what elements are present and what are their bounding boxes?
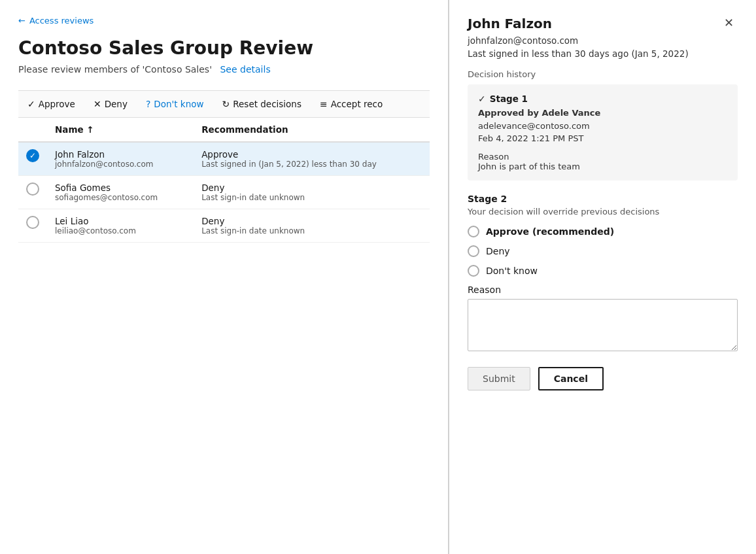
stage2-option-label-0: Approve (recommended): [486, 226, 614, 237]
see-details-link[interactable]: See details: [220, 64, 270, 75]
stage2-option-1[interactable]: Deny: [468, 245, 738, 257]
stage1-reason-label: Reason: [478, 152, 727, 162]
left-panel: ← Access reviews Contoso Sales Group Rev…: [0, 0, 449, 554]
row-rec-sub-0: Last signed in (Jan 5, 2022) less than 3…: [201, 160, 422, 169]
reason-field-label: Reason: [468, 285, 738, 295]
page-subtitle: Please review members of 'Contoso Sales'…: [18, 64, 430, 75]
accept-rec-label: Accept reco: [331, 99, 383, 109]
row-name-cell-1: Sofia Gomes sofiagomes@contoso.com: [47, 176, 194, 209]
decision-history-label: Decision history: [468, 69, 738, 79]
row-name-cell-0: John Falzon johnfalzon@contoso.com: [47, 142, 194, 176]
reset-decisions-label: Reset decisions: [233, 99, 301, 109]
row-radio-1[interactable]: [18, 176, 47, 209]
breadcrumb[interactable]: ← Access reviews: [18, 16, 430, 26]
row-rec-cell-0: Approve Last signed in (Jan 5, 2022) les…: [194, 142, 430, 176]
decision-history-box: ✓ Stage 1 Approved by Adele Vance adelev…: [468, 84, 738, 181]
stage1-approver-email: adelevance@contoso.com: [478, 121, 590, 131]
panel-last-signed: Last signed in less than 30 days ago (Ja…: [468, 48, 738, 59]
row-email-0: johnfalzon@contoso.com: [55, 160, 186, 169]
stage2-option-label-2: Don't know: [486, 266, 538, 276]
breadcrumb-label: Access reviews: [29, 16, 94, 26]
row-name-0: John Falzon: [55, 149, 186, 160]
table-row[interactable]: Sofia Gomes sofiagomes@contoso.com Deny …: [18, 176, 430, 209]
table-row[interactable]: Lei Liao leiliao@contoso.com Deny Last s…: [18, 209, 430, 243]
row-name-1: Sofia Gomes: [55, 182, 186, 193]
row-rec-sub-1: Last sign-in date unknown: [201, 193, 422, 202]
row-email-1: sofiagomes@contoso.com: [55, 193, 186, 202]
submit-button[interactable]: Submit: [468, 367, 530, 390]
radio-circle-2[interactable]: [26, 216, 39, 229]
page-title: Contoso Sales Group Review: [18, 37, 430, 59]
stage1-detail: Approved by Adele Vance adelevance@conto…: [478, 107, 727, 145]
question-icon: ?: [146, 99, 150, 109]
radio-circle-0[interactable]: [26, 149, 39, 162]
reason-textarea[interactable]: [468, 299, 738, 351]
list-icon: ≡: [320, 99, 328, 109]
stage2-radio-0[interactable]: [468, 226, 479, 237]
col-name-header: Name ↑: [47, 118, 194, 142]
stage2-label: Stage 2: [468, 194, 738, 204]
stage2-sublabel: Your decision will override previous dec…: [468, 207, 738, 216]
row-name-2: Lei Liao: [55, 216, 186, 226]
stage1-header: ✓ Stage 1: [478, 94, 727, 104]
stage1-label: Stage 1: [490, 94, 528, 104]
approve-label: Approve: [39, 99, 75, 109]
subtitle-text: Please review members of 'Contoso Sales': [18, 64, 212, 75]
radio-circle-1[interactable]: [26, 182, 39, 196]
stage1-reason-section: Reason John is part of this team: [478, 152, 727, 171]
stage2-option-0[interactable]: Approve (recommended): [468, 226, 738, 237]
members-table: Name ↑ Recommendation John Falzon johnfa…: [18, 118, 430, 243]
row-rec-cell-1: Deny Last sign-in date unknown: [194, 176, 430, 209]
row-rec-label-1: Deny: [201, 182, 422, 193]
table-row[interactable]: John Falzon johnfalzon@contoso.com Appro…: [18, 142, 430, 176]
right-panel: John Falzon ✕ johnfalzon@contoso.com Las…: [449, 0, 756, 554]
dont-know-label: Don't know: [154, 99, 203, 109]
row-email-2: leiliao@contoso.com: [55, 226, 186, 235]
row-rec-label-0: Approve: [201, 149, 422, 160]
toolbar: ✓ Approve ✕ Deny ? Don't know ↻ Reset de…: [18, 90, 430, 118]
stage1-check-icon: ✓: [478, 94, 486, 104]
dont-know-button[interactable]: ? Don't know: [137, 95, 213, 113]
approve-button[interactable]: ✓ Approve: [18, 95, 84, 113]
deny-label: Deny: [105, 99, 128, 109]
stage1-date: Feb 4, 2022 1:21 PM PST: [478, 133, 583, 143]
back-arrow-icon: ←: [18, 16, 26, 26]
panel-user-email: johnfalzon@contoso.com: [468, 35, 738, 46]
stage2-radio-1[interactable]: [468, 245, 479, 257]
check-icon: ✓: [27, 99, 35, 109]
row-radio-0[interactable]: [18, 142, 47, 176]
accept-rec-button[interactable]: ≡ Accept reco: [311, 95, 392, 113]
row-radio-2[interactable]: [18, 209, 47, 243]
x-icon: ✕: [94, 99, 101, 109]
row-rec-cell-2: Deny Last sign-in date unknown: [194, 209, 430, 243]
panel-user-title: John Falzon: [468, 16, 552, 31]
cancel-button[interactable]: Cancel: [538, 367, 604, 390]
reset-icon: ↻: [222, 99, 230, 109]
deny-button[interactable]: ✕ Deny: [84, 95, 137, 113]
stage2-option-2[interactable]: Don't know: [468, 265, 738, 277]
row-name-cell-2: Lei Liao leiliao@contoso.com: [47, 209, 194, 243]
close-button[interactable]: ✕: [720, 16, 738, 30]
stage2-option-label-1: Deny: [486, 246, 510, 256]
row-rec-sub-2: Last sign-in date unknown: [201, 226, 422, 235]
reset-decisions-button[interactable]: ↻ Reset decisions: [213, 95, 311, 113]
col-recommendation-header: Recommendation: [194, 118, 430, 142]
action-buttons: Submit Cancel: [468, 367, 738, 390]
col-select: [18, 118, 47, 142]
stage1-reason-text: John is part of this team: [478, 162, 727, 171]
panel-header: John Falzon ✕: [468, 16, 738, 31]
stage2-radio-2[interactable]: [468, 265, 479, 277]
stage2-options: Approve (recommended) Deny Don't know: [468, 226, 738, 277]
stage1-approved-by: Approved by Adele Vance: [478, 108, 600, 118]
row-rec-label-2: Deny: [201, 216, 422, 226]
